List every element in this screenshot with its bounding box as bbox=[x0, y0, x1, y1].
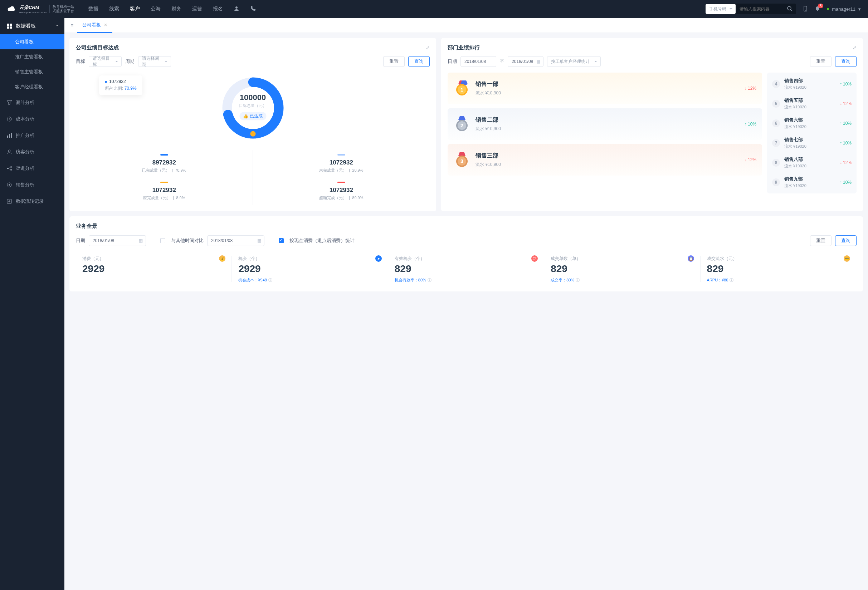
svg-rect-5 bbox=[10, 24, 12, 26]
pct-up: ↑10% bbox=[840, 180, 852, 185]
topnav: 数据 线索 客户 公海 财务 运营 报名 bbox=[89, 6, 256, 13]
svg-point-13 bbox=[7, 168, 8, 169]
card-title: 部门业绩排行 bbox=[447, 44, 480, 51]
kpi-label: 有效机会（个） bbox=[395, 256, 425, 262]
user-menu[interactable]: manager11 ▾ bbox=[827, 6, 861, 12]
phone-icon[interactable] bbox=[250, 6, 256, 13]
kpi-row: 消费（元） 💰 2929 机会（个） ➤ 2929 机会成本：¥948 ⓘ有效机… bbox=[76, 253, 856, 285]
close-icon[interactable]: ✕ bbox=[104, 22, 107, 28]
sidebar-visitor[interactable]: 访客分析 bbox=[0, 144, 64, 160]
kpi-icon: 📋 bbox=[688, 255, 694, 262]
sidebar-sales[interactable]: 销售分析 bbox=[0, 177, 64, 193]
flow-icon bbox=[6, 199, 12, 204]
hamburger-icon[interactable]: ≡ bbox=[67, 22, 77, 28]
expand-icon[interactable]: ⤢ bbox=[853, 45, 856, 50]
kpi-icon: 💰 bbox=[219, 255, 226, 262]
kpi-icon: ➤ bbox=[375, 255, 382, 262]
donut-total: 100000 bbox=[239, 93, 267, 102]
logo[interactable]: 云朵CRM www.yunduocrm.com 教育机构一站式服务云平台 bbox=[7, 4, 74, 14]
svg-point-1 bbox=[787, 6, 791, 10]
sidebar-group-dashboard[interactable]: 数据看板 ˄ bbox=[0, 18, 64, 34]
period-select[interactable]: 请选择周期 bbox=[138, 56, 171, 67]
pct-up: ↑10% bbox=[840, 141, 852, 146]
nav-finance[interactable]: 财务 bbox=[171, 6, 182, 13]
donut-chart: 1072932 所占比例: 70.9% 100000 目标总量（元） 👍已达成 bbox=[76, 74, 430, 142]
sidebar-item-company[interactable]: 公司看板 bbox=[0, 34, 64, 49]
sidebar-item-account-mgr[interactable]: 客户经理看板 bbox=[0, 79, 64, 94]
sidebar-item-promo-lead[interactable]: 推广主管看板 bbox=[0, 49, 64, 64]
bell-icon[interactable]: 5 bbox=[815, 6, 821, 13]
kpi-label: 机会（个） bbox=[238, 256, 260, 262]
rank-top3: 1 销售一部流水 ¥10,900 ↓12% 2 销售二部流水 ¥10,900 ↑… bbox=[447, 73, 762, 193]
rank-3: 3 销售三部流水 ¥10,900 ↓12% bbox=[447, 144, 762, 175]
rank-number: 7 bbox=[772, 139, 780, 147]
sidebar-funnel[interactable]: 漏斗分析 bbox=[0, 94, 64, 111]
sidebar-promo[interactable]: 推广分析 bbox=[0, 127, 64, 144]
nav-data[interactable]: 数据 bbox=[89, 6, 98, 13]
reset-button[interactable]: 重置 bbox=[810, 235, 831, 246]
arrow-down-icon: ↓ bbox=[745, 157, 747, 162]
nav-leads[interactable]: 线索 bbox=[109, 6, 119, 13]
target-label: 目标 bbox=[76, 58, 85, 65]
sidebar-channel[interactable]: 渠道分析 bbox=[0, 160, 64, 177]
search-type-select[interactable]: 手机号码 bbox=[706, 4, 736, 14]
card-title: 业务全景 bbox=[76, 223, 856, 230]
help-icon[interactable]: ⓘ bbox=[576, 278, 580, 283]
nav-public[interactable]: 公海 bbox=[151, 6, 161, 13]
kpi-value: 829 bbox=[707, 263, 850, 275]
stat-completed: 8972932已完成量（元） | 70.9% bbox=[76, 150, 253, 177]
pct-down: ↓12% bbox=[840, 101, 852, 106]
arrow-up-icon: ↑ bbox=[840, 180, 842, 185]
nav-ops[interactable]: 运营 bbox=[192, 6, 202, 13]
kpi-label: 成交单数（单） bbox=[551, 256, 581, 262]
main: ≡ 公司看板 ✕ 公司业绩目标达成 ⤢ 目标 请选择目标 周期 请选择周期 bbox=[64, 18, 868, 590]
reset-button[interactable]: 重置 bbox=[383, 56, 404, 67]
sidebar-cost[interactable]: 成本分析 bbox=[0, 111, 64, 127]
reset-button[interactable]: 重置 bbox=[810, 56, 831, 67]
expand-icon[interactable]: ⤢ bbox=[426, 45, 430, 50]
statby-select[interactable]: 按工单客户经理统计 bbox=[547, 56, 601, 67]
query-button[interactable]: 查询 bbox=[835, 235, 856, 246]
help-icon[interactable]: ⓘ bbox=[428, 278, 431, 283]
date1-input[interactable]: 2018/01/08▦ bbox=[89, 235, 146, 246]
rank-1: 1 销售一部流水 ¥10,900 ↓12% bbox=[447, 73, 762, 104]
rank-row: 9 销售九部流水 ¥19020 ↑10% bbox=[767, 172, 856, 192]
rank-2: 2 销售二部流水 ¥10,900 ↑10% bbox=[447, 108, 762, 140]
help-icon[interactable]: ⓘ bbox=[729, 278, 734, 283]
query-button[interactable]: 查询 bbox=[835, 56, 856, 67]
logo-icon bbox=[7, 5, 17, 13]
sidebar-item-sales-lead[interactable]: 销售主管看板 bbox=[0, 64, 64, 79]
help-icon[interactable]: ⓘ bbox=[268, 278, 272, 283]
nav-customers[interactable]: 客户 bbox=[130, 6, 140, 13]
date-from[interactable]: 2018/01/08 bbox=[461, 56, 496, 67]
stats-grid: 8972932已完成量（元） | 70.9% 1072932未完成量（元） | … bbox=[76, 150, 430, 205]
rank-rest[interactable]: 4 销售四部流水 ¥19020 ↑10%5 销售五部流水 ¥19020 ↓12%… bbox=[767, 73, 856, 193]
chevron-up-icon: ˄ bbox=[56, 24, 58, 28]
kpi-sub: 成交率：80% ⓘ bbox=[551, 278, 694, 283]
svg-rect-7 bbox=[10, 26, 12, 29]
compare-checkbox[interactable] bbox=[160, 238, 165, 243]
mobile-icon[interactable] bbox=[803, 6, 808, 13]
sidebar-flow[interactable]: 数据流转记录 bbox=[0, 193, 64, 209]
tab-company-board[interactable]: 公司看板 ✕ bbox=[77, 18, 112, 33]
pct-up: ↑10% bbox=[840, 121, 852, 126]
target-select[interactable]: 请选择目标 bbox=[89, 56, 122, 67]
search-button[interactable] bbox=[783, 6, 796, 13]
svg-rect-9 bbox=[7, 135, 8, 138]
nav-signup[interactable]: 报名 bbox=[213, 6, 223, 13]
cash-label: 按现金消费（返点后消费）统计 bbox=[289, 237, 354, 244]
svg-point-3 bbox=[805, 10, 806, 11]
user-icon[interactable] bbox=[234, 6, 239, 13]
arrow-down-icon: ↓ bbox=[745, 86, 747, 91]
search-input[interactable] bbox=[737, 6, 783, 12]
gold-medal-icon: 1 bbox=[453, 80, 471, 97]
date-to[interactable]: 2018/01/08▦ bbox=[508, 56, 543, 67]
kpi-sub: 机会有效率：80% ⓘ bbox=[395, 278, 538, 283]
chart-icon bbox=[6, 132, 12, 138]
cash-checkbox[interactable] bbox=[279, 238, 284, 243]
notif-badge: 5 bbox=[818, 4, 824, 8]
bronze-medal-icon: 3 bbox=[453, 151, 471, 168]
date2-input[interactable]: 2018/01/08▦ bbox=[207, 235, 264, 246]
kpi-value: 2929 bbox=[238, 263, 381, 275]
query-button[interactable]: 查询 bbox=[408, 56, 430, 67]
